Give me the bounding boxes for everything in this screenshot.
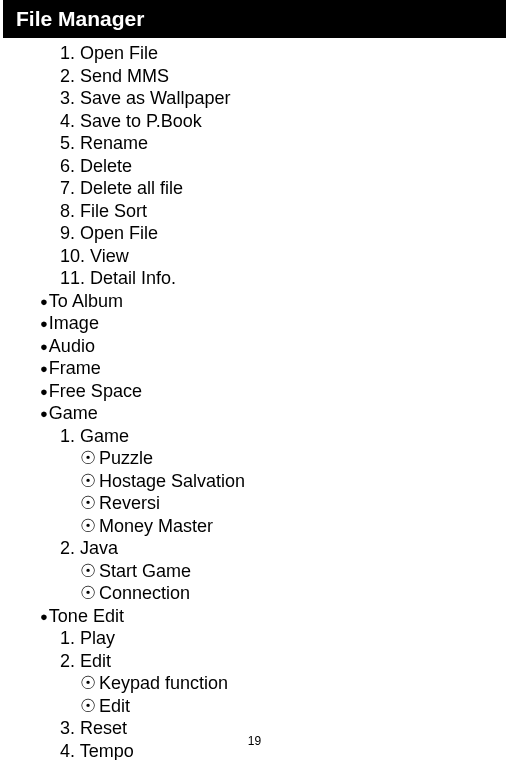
bullet-item: Audio — [40, 335, 509, 358]
submenu-item: 2. Edit — [60, 650, 509, 673]
bullet-item: To Album — [40, 290, 509, 313]
bullet-item: Tone Edit — [40, 605, 509, 628]
bullet-item: Free Space — [40, 380, 509, 403]
menu-item: 11. Detail Info. — [60, 267, 509, 290]
submenu-item: 1. Game — [60, 425, 509, 448]
dot-item: Hostage Salvation — [80, 470, 509, 493]
bullet-item: Game — [40, 402, 509, 425]
dot-item: Reversi — [80, 492, 509, 515]
menu-item: 3. Save as Wallpaper — [60, 87, 509, 110]
menu-item: 6. Delete — [60, 155, 509, 178]
menu-item: 10. View — [60, 245, 509, 268]
bullet-item: Frame — [40, 357, 509, 380]
dot-item: Edit — [80, 695, 509, 718]
dot-item: Start Game — [80, 560, 509, 583]
submenu-item: 2. Java — [60, 537, 509, 560]
menu-item: 9. Open File — [60, 222, 509, 245]
page-border: File Manager — [3, 0, 506, 38]
menu-item: 2. Send MMS — [60, 65, 509, 88]
menu-item: 4. Save to P.Book — [60, 110, 509, 133]
dot-item: Puzzle — [80, 447, 509, 470]
dot-item: Money Master — [80, 515, 509, 538]
dot-item: Connection — [80, 582, 509, 605]
section-header: File Manager — [6, 3, 503, 35]
submenu-item: 1. Play — [60, 627, 509, 650]
content-body: 1. Open File 2. Send MMS 3. Save as Wall… — [0, 38, 509, 760]
menu-item: 5. Rename — [60, 132, 509, 155]
dot-item: Keypad function — [80, 672, 509, 695]
menu-item: 7. Delete all file — [60, 177, 509, 200]
bullet-item: Image — [40, 312, 509, 335]
menu-item: 8. File Sort — [60, 200, 509, 223]
menu-item: 1. Open File — [60, 42, 509, 65]
page-number: 19 — [0, 734, 509, 748]
